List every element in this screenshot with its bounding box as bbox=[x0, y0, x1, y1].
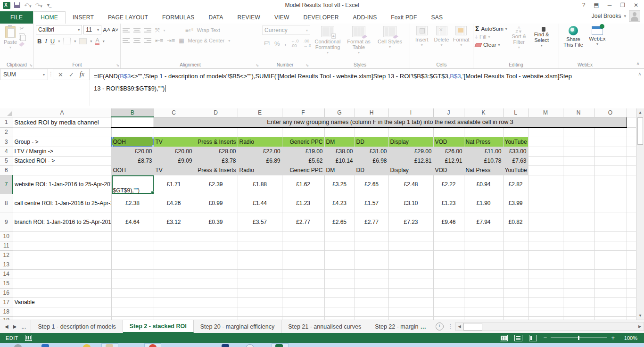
cell-C5[interactable]: £9.09 bbox=[154, 156, 194, 165]
cell-L15[interactable] bbox=[503, 279, 528, 288]
cell-I8[interactable]: £3.10 bbox=[388, 194, 433, 213]
cell-K10[interactable] bbox=[464, 231, 503, 241]
cell-J3[interactable]: VOD bbox=[433, 137, 464, 147]
cell-D2[interactable] bbox=[194, 127, 238, 137]
ribbon-tab-file[interactable]: FILE bbox=[0, 11, 33, 24]
ribbon-tab-view[interactable]: VIEW bbox=[267, 12, 296, 24]
cell-D11[interactable] bbox=[194, 241, 238, 250]
cell-O9[interactable] bbox=[594, 213, 627, 231]
webex-button[interactable]: WebEx▾ bbox=[586, 25, 609, 48]
cell-K14[interactable] bbox=[464, 269, 503, 279]
cell-C6[interactable]: TV bbox=[154, 165, 194, 175]
row-header-11[interactable]: 11 bbox=[0, 241, 13, 250]
cell-K19[interactable] bbox=[464, 316, 503, 320]
cell-O19[interactable] bbox=[594, 316, 627, 320]
row-header-5[interactable]: 5 bbox=[0, 156, 13, 165]
avatar[interactable] bbox=[629, 10, 640, 22]
cell-J17[interactable] bbox=[433, 297, 464, 307]
cell-B11[interactable] bbox=[111, 241, 154, 250]
cell-M7[interactable] bbox=[528, 175, 563, 194]
row-header-3[interactable]: 3 bbox=[0, 137, 13, 147]
cell-D13[interactable] bbox=[194, 260, 238, 269]
cell-E4[interactable]: £22.00 bbox=[238, 147, 282, 156]
cell-H3[interactable]: DD bbox=[355, 137, 388, 147]
borders-icon[interactable] bbox=[63, 38, 71, 44]
cell-I17[interactable] bbox=[388, 297, 433, 307]
cell-C11[interactable] bbox=[154, 241, 194, 250]
cell-E11[interactable] bbox=[238, 241, 282, 250]
cell-A12[interactable] bbox=[13, 250, 111, 260]
clipboard-dialog-launcher[interactable]: ⇘ bbox=[29, 63, 33, 67]
cell-N3[interactable] bbox=[563, 137, 594, 147]
cell-N12[interactable] bbox=[563, 250, 594, 260]
cell-O3[interactable] bbox=[594, 137, 627, 147]
scroll-down-icon[interactable]: ▼ bbox=[636, 312, 644, 320]
cell-N8[interactable] bbox=[563, 194, 594, 213]
cell-F12[interactable] bbox=[282, 250, 324, 260]
row-header-13[interactable]: 13 bbox=[0, 260, 13, 269]
cell-A15[interactable] bbox=[13, 279, 111, 288]
cell-O13[interactable] bbox=[594, 260, 627, 269]
cell-D16[interactable] bbox=[194, 288, 238, 297]
zoom-slider[interactable]: − + bbox=[544, 335, 615, 341]
cell-E7[interactable]: £1.88 bbox=[238, 175, 282, 194]
cell-F13[interactable] bbox=[282, 260, 324, 269]
cell-C16[interactable] bbox=[154, 288, 194, 297]
select-all-corner[interactable] bbox=[0, 108, 13, 117]
increase-indent-icon[interactable]: ⇥≡ bbox=[167, 37, 175, 44]
bold-icon[interactable]: B bbox=[37, 38, 41, 45]
zoom-level[interactable]: 100% bbox=[621, 335, 637, 341]
cell-J5[interactable]: £12.91 bbox=[433, 156, 464, 165]
cell-L11[interactable] bbox=[503, 241, 528, 250]
cell-F5[interactable]: £5.62 bbox=[282, 156, 324, 165]
cell-C18[interactable] bbox=[154, 307, 194, 316]
cell-J19[interactable] bbox=[433, 316, 464, 320]
paste-button[interactable]: Paste▾ bbox=[2, 25, 19, 51]
worksheet-grid[interactable]: ABCDEFGHIJKLMNO1Stacked ROI by media cha… bbox=[0, 108, 636, 320]
close-icon[interactable]: ✕ bbox=[634, 2, 638, 8]
row-header-7[interactable]: 7 bbox=[0, 175, 13, 194]
share-this-file-button[interactable]: Share This File bbox=[561, 25, 586, 48]
cell-F4[interactable]: £19.00 bbox=[282, 147, 324, 156]
cell-H7[interactable]: £2.65 bbox=[355, 175, 388, 194]
cell-J9[interactable]: £9.46 bbox=[433, 213, 464, 231]
macro-record-icon[interactable] bbox=[25, 335, 32, 341]
name-box[interactable]: SUM▾ bbox=[0, 69, 48, 80]
cell-G6[interactable]: DM bbox=[324, 165, 355, 175]
cell-G11[interactable] bbox=[324, 241, 355, 250]
cell-H12[interactable] bbox=[355, 250, 388, 260]
cell-B7[interactable]: $GT$9),"") bbox=[111, 175, 154, 194]
cell-L4[interactable]: £33.00 bbox=[503, 147, 528, 156]
cell-J6[interactable]: VOD bbox=[433, 165, 464, 175]
row-header-10[interactable]: 10 bbox=[0, 231, 13, 241]
cell-I3[interactable]: Display bbox=[388, 137, 433, 147]
decrease-indent-icon[interactable]: ⇤≡ bbox=[155, 37, 163, 44]
selection-handle[interactable] bbox=[111, 145, 114, 147]
cell-H14[interactable] bbox=[355, 269, 388, 279]
row-header-9[interactable]: 9 bbox=[0, 213, 13, 231]
vertical-scroll-thumb[interactable] bbox=[637, 117, 643, 145]
cell-B19[interactable] bbox=[111, 316, 154, 320]
cell-D7[interactable]: £2.39 bbox=[194, 175, 238, 194]
cell-G13[interactable] bbox=[324, 260, 355, 269]
col-header-E[interactable]: E bbox=[238, 108, 282, 117]
cell-L12[interactable] bbox=[503, 250, 528, 260]
cell-D18[interactable] bbox=[194, 307, 238, 316]
ribbon-tab-sas[interactable]: SAS bbox=[424, 12, 450, 24]
cell-I6[interactable]: Display bbox=[388, 165, 433, 175]
ribbon-display-options-icon[interactable]: ⬒ bbox=[594, 2, 599, 8]
cell-O11[interactable] bbox=[594, 241, 627, 250]
vertical-scrollbar[interactable]: ▲ ▼ bbox=[636, 108, 644, 320]
cell-D9[interactable]: £0.39 bbox=[194, 213, 238, 231]
cell-D6[interactable]: Press & Inserts bbox=[194, 165, 238, 175]
cell-E16[interactable] bbox=[238, 288, 282, 297]
cell-M10[interactable] bbox=[528, 231, 563, 241]
cell-L17[interactable] bbox=[503, 297, 528, 307]
page-break-view-icon[interactable] bbox=[529, 335, 537, 341]
cell-B4[interactable]: £20.00 bbox=[111, 147, 154, 156]
col-header-M[interactable]: M bbox=[528, 108, 563, 117]
normal-view-icon[interactable] bbox=[500, 335, 508, 341]
cell-H2[interactable] bbox=[355, 127, 388, 137]
decrease-font-icon[interactable]: A˅ bbox=[112, 27, 118, 33]
cell-C4[interactable]: £20.00 bbox=[154, 147, 194, 156]
